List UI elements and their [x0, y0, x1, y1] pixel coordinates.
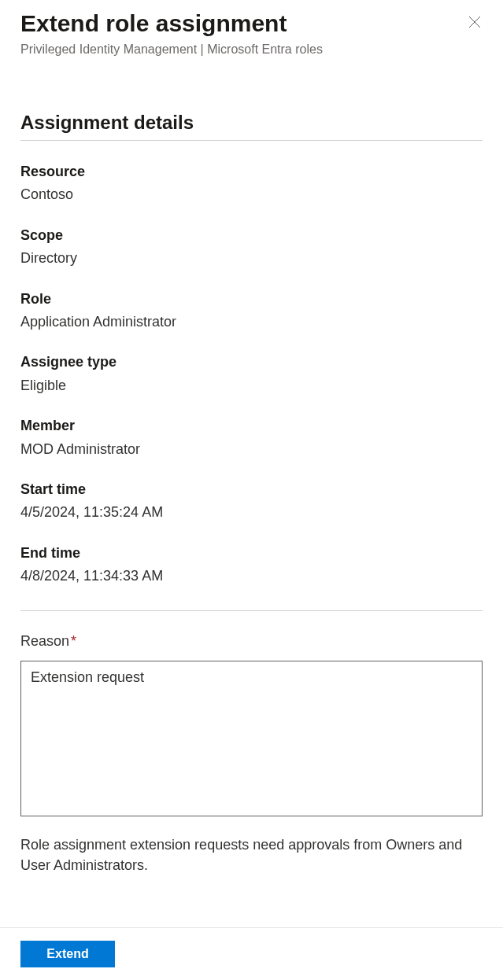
field-scope: Scope Directory: [20, 227, 483, 268]
field-value-end-time: 4/8/2024, 11:34:33 AM: [20, 567, 483, 585]
extend-button[interactable]: Extend: [20, 941, 115, 967]
field-label-role: Role: [20, 290, 483, 308]
close-button[interactable]: [464, 11, 486, 33]
field-role: Role Application Administrator: [20, 290, 483, 332]
section-title-assignment-details: Assignment details: [20, 112, 483, 141]
breadcrumb: Privileged Identity Management | Microso…: [20, 42, 483, 57]
field-label-resource: Resource: [20, 163, 483, 181]
field-value-scope: Directory: [20, 249, 483, 267]
reason-label: Reason: [20, 633, 69, 649]
approval-note: Role assignment extension requests need …: [20, 835, 483, 875]
required-indicator: *: [71, 633, 76, 649]
field-label-start-time: Start time: [20, 481, 483, 499]
field-end-time: End time 4/8/2024, 11:34:33 AM: [20, 544, 483, 586]
field-value-start-time: 4/5/2024, 11:35:24 AM: [20, 503, 483, 521]
field-resource: Resource Contoso: [20, 163, 483, 204]
field-start-time: Start time 4/5/2024, 11:35:24 AM: [20, 481, 483, 522]
footer: Extend: [0, 927, 503, 980]
field-assignee-type: Assignee type Eligible: [20, 353, 483, 395]
reason-textarea[interactable]: [20, 661, 483, 816]
close-icon: [468, 16, 481, 28]
page-title: Extend role assignment: [20, 9, 287, 38]
field-label-member: Member: [20, 417, 483, 435]
field-value-assignee-type: Eligible: [20, 377, 483, 395]
field-label-end-time: End time: [20, 544, 483, 562]
field-member: Member MOD Administrator: [20, 417, 483, 459]
divider: [20, 610, 483, 611]
field-value-role: Application Administrator: [20, 313, 483, 331]
field-label-assignee-type: Assignee type: [20, 353, 483, 371]
field-value-member: MOD Administrator: [20, 440, 483, 459]
field-label-scope: Scope: [20, 227, 483, 245]
field-value-resource: Contoso: [20, 186, 483, 204]
